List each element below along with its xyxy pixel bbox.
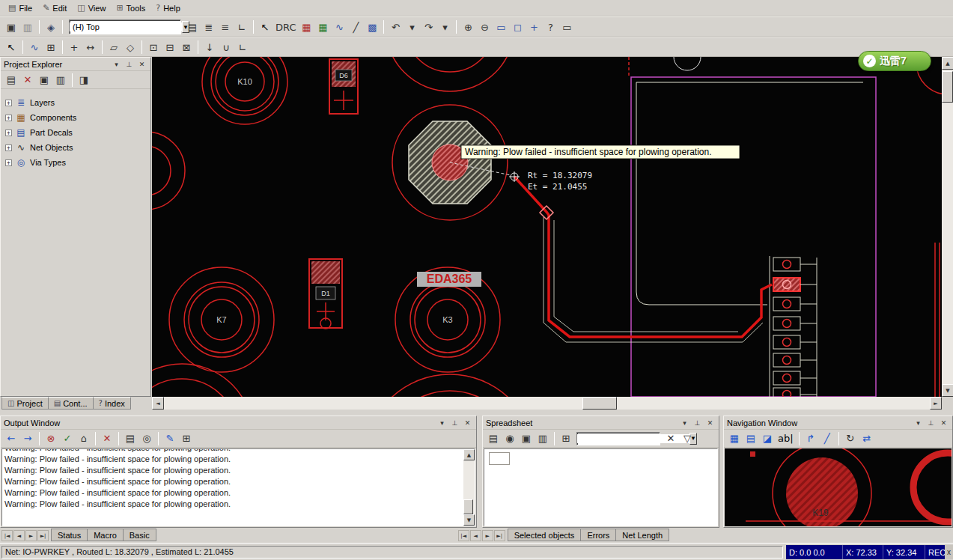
tab-net-length[interactable]: Net Length — [615, 529, 669, 541]
help-icon[interactable]: ? — [542, 19, 558, 35]
xunlei-badge[interactable]: ✓ 迅雷7 — [858, 51, 931, 71]
board-outline-icon[interactable]: ▤ — [184, 19, 201, 35]
move-icon[interactable]: + — [66, 39, 82, 55]
export-icon[interactable]: ▤ — [485, 430, 502, 447]
canvas-vscrollbar[interactable]: ▲ ▼ — [942, 57, 953, 397]
select-arrow-icon[interactable]: ↖ — [3, 39, 19, 55]
menu-edit[interactable]: ✎ Edit — [37, 1, 72, 14]
spreadsheet-cell[interactable] — [489, 452, 510, 465]
scroll-up-icon[interactable]: ▲ — [942, 57, 953, 70]
drc-icon[interactable]: DRC — [273, 19, 298, 35]
zoom-out-icon[interactable]: ⊖ — [476, 19, 493, 35]
clear-filter-icon[interactable]: ✕ — [663, 430, 679, 447]
monitor-icon[interactable]: ▭ — [558, 19, 575, 35]
close-icon[interactable]: ✕ — [136, 59, 147, 70]
zoom-in-icon[interactable]: ⊕ — [460, 19, 476, 35]
pcb-canvas[interactable]: D6 D1 — [152, 57, 942, 397]
tree-item-via-types[interactable]: + ◎ Via Types — [5, 155, 150, 170]
route-wave-icon[interactable]: ∿ — [26, 39, 43, 55]
tab-scroll-button[interactable]: ► — [482, 530, 493, 541]
print-icon[interactable]: ▤ — [122, 430, 138, 447]
paste-icon[interactable]: ▥ — [535, 430, 551, 447]
grid-green-icon[interactable]: ▦ — [314, 19, 331, 35]
favorites-icon[interactable]: ◈ — [43, 19, 59, 35]
menu-dropdown-icon[interactable]: ▾ — [913, 418, 924, 428]
tab-scroll-button[interactable]: ► — [25, 530, 37, 541]
grid-red-icon[interactable]: ▦ — [298, 19, 314, 35]
zoom-fit-icon[interactable]: ◻ — [509, 19, 526, 35]
pin-icon[interactable]: ⊥ — [449, 418, 460, 428]
home-icon[interactable]: ⌂ — [76, 430, 92, 447]
resize-grip[interactable]: x — [945, 545, 953, 559]
corner-icon[interactable]: ∟ — [234, 39, 251, 55]
layer-selector[interactable]: ▼ — [69, 19, 181, 34]
snap-grid-icon[interactable]: ▩ — [364, 19, 380, 35]
back-icon[interactable]: ← — [3, 430, 19, 447]
spreadsheet-grid[interactable] — [484, 448, 718, 526]
copy-icon[interactable]: ▣ — [518, 430, 535, 447]
scroll-up-icon[interactable]: ▲ — [463, 449, 475, 460]
shade-icon[interactable]: ◪ — [759, 430, 776, 447]
tab-index[interactable]: ? Index — [93, 397, 131, 410]
menu-dropdown-icon[interactable]: ▾ — [111, 59, 122, 70]
tree-item-layers[interactable]: + ≣ Layers — [5, 95, 150, 110]
refresh-icon[interactable]: ↻ — [842, 430, 859, 447]
lock-via-icon[interactable]: ⊟ — [162, 39, 178, 55]
properties-icon[interactable]: ◨ — [76, 72, 92, 88]
copy-icon[interactable]: ▣ — [36, 72, 52, 88]
menu-file[interactable]: ▤ File — [3, 1, 37, 14]
output-scroll-thumb[interactable] — [463, 499, 473, 514]
tab-macro[interactable]: Macro — [87, 529, 124, 541]
route-path-icon[interactable]: ↱ — [803, 430, 819, 447]
plow-icon[interactable]: ╱ — [347, 19, 364, 35]
close-icon[interactable]: ✕ — [938, 418, 949, 428]
redo-menu-icon[interactable]: ▾ — [436, 19, 453, 35]
select-area-icon[interactable]: ▱ — [106, 39, 122, 55]
tab-errors[interactable]: Errors — [580, 529, 616, 541]
stretch-icon[interactable]: ↔ — [82, 39, 99, 55]
close-icon[interactable]: ✕ — [462, 418, 473, 428]
tab-scroll-button[interactable]: ►| — [37, 530, 49, 541]
menu-dropdown-icon[interactable]: ▾ — [679, 418, 690, 428]
menu-help[interactable]: ? Help — [150, 1, 185, 14]
arc-icon[interactable]: ∪ — [218, 39, 234, 55]
trace-icon[interactable]: ╱ — [819, 430, 835, 447]
design-view-icon[interactable]: ▣ — [3, 19, 19, 35]
report-icon[interactable]: ≡ — [217, 19, 234, 35]
tab-cont[interactable]: ▤ Cont... — [48, 397, 94, 410]
expand-icon[interactable]: + — [5, 144, 12, 151]
pan-icon[interactable]: + — [526, 19, 542, 35]
pin-icon[interactable]: ⊥ — [925, 418, 937, 428]
table-view-icon[interactable]: ⊞ — [178, 430, 195, 447]
tab-scroll-button[interactable]: ◄ — [13, 530, 25, 541]
lock-pad-icon[interactable]: ⊡ — [145, 39, 162, 55]
tree-item-part-decals[interactable]: + ▤ Part Decals — [5, 125, 150, 140]
link-icon[interactable]: ◉ — [502, 430, 518, 447]
scroll-right-icon[interactable]: ► — [930, 397, 942, 410]
new-item-icon[interactable]: ▤ — [3, 72, 19, 88]
undo-menu-icon[interactable]: ▾ — [404, 19, 420, 35]
paste-icon[interactable]: ▥ — [52, 72, 69, 88]
tree-item-net-objects[interactable]: + ∿ Net Objects — [5, 140, 150, 155]
tab-scroll-button[interactable]: |◄ — [1, 530, 13, 541]
canvas-hscrollbar[interactable]: ◄ ► — [152, 397, 942, 410]
delete-icon[interactable]: ✕ — [19, 72, 36, 88]
pan-view-icon[interactable]: ⇄ — [859, 430, 875, 447]
verify-icon[interactable]: ✓ — [59, 430, 76, 447]
route-icon[interactable]: ∿ — [331, 19, 347, 35]
filter-icon[interactable]: ▽ — [679, 430, 695, 447]
close-icon[interactable]: ✕ — [704, 418, 716, 428]
find-icon[interactable]: ◎ — [138, 430, 155, 447]
save-icon[interactable]: ▥ — [19, 19, 36, 35]
output-vscrollbar[interactable]: ▲ ▼ — [463, 449, 475, 526]
expand-icon[interactable]: + — [5, 100, 12, 106]
scroll-down-icon[interactable]: ▼ — [942, 384, 953, 397]
stop-icon[interactable]: ⊗ — [43, 430, 59, 447]
undo-icon[interactable]: ↶ — [387, 19, 404, 35]
expand-icon[interactable]: + — [5, 159, 12, 166]
lock-net-icon[interactable]: ⊠ — [178, 39, 195, 55]
label-icon[interactable]: ab| — [776, 430, 796, 447]
pin-icon[interactable]: ⊥ — [692, 418, 703, 428]
zoom-window-icon[interactable]: ▭ — [493, 19, 509, 35]
measure-icon[interactable]: ∟ — [234, 19, 250, 35]
